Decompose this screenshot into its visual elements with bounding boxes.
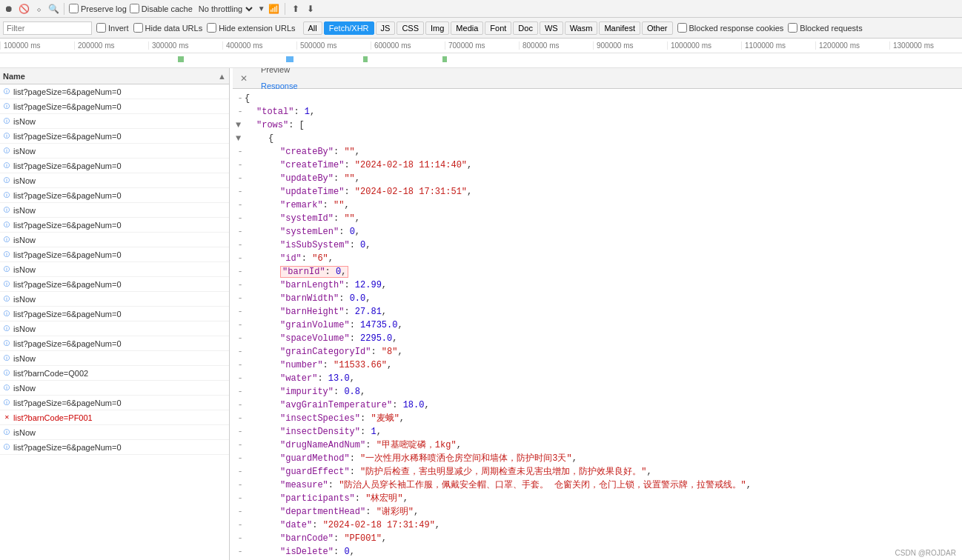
type-btn-js[interactable]: JS	[376, 21, 396, 35]
request-name: list?pageSize=6&pageNum=0	[13, 399, 122, 407]
list-item[interactable]: ⓘisNow	[0, 114, 229, 129]
list-item[interactable]: ⓘlist?pageSize=6&pageNum=0	[0, 99, 229, 114]
json-content: "departmentHead": "谢彩明",	[280, 505, 419, 519]
line-dash-icon: -	[236, 519, 245, 532]
type-btn-wasm[interactable]: Wasm	[565, 21, 598, 35]
list-item[interactable]: ⓘisNow	[0, 321, 229, 336]
list-item[interactable]: ⓘlist?pageSize=6&pageNum=0	[0, 159, 229, 173]
type-btn-font[interactable]: Font	[485, 21, 511, 35]
devtools-toolbar: ⏺ 🚫 ⬦ 🔍 Preserve log Disable cache No th…	[0, 0, 962, 18]
list-item[interactable]: ⓘisNow	[0, 292, 229, 307]
list-item[interactable]: ⓘlist?pageSize=6&pageNum=0	[0, 188, 229, 203]
list-item[interactable]: ⓘisNow	[0, 381, 229, 396]
list-item[interactable]: ⓘlist?pageSize=6&pageNum=0	[0, 247, 229, 262]
hide-extension-checkbox[interactable]	[207, 23, 216, 33]
ok-status-icon: ⓘ	[3, 207, 10, 214]
list-item[interactable]: ⓘlist?pageSize=6&pageNum=0	[0, 336, 229, 351]
json-line: -"updateBy": "",	[233, 172, 962, 185]
type-btn-fetch/xhr[interactable]: Fetch/XHR	[324, 21, 374, 35]
list-item[interactable]: ⓘlist?pageSize=6&pageNum=0	[0, 307, 229, 321]
list-item[interactable]: ⓘisNow	[0, 425, 229, 440]
list-item[interactable]: ⓘlist?barnCode=Q002	[0, 366, 229, 381]
json-line: -"barnCode": "PF001",	[233, 532, 962, 545]
hide-data-urls-checkbox[interactable]	[133, 23, 143, 33]
list-item[interactable]: ⓘlist?pageSize=6&pageNum=0	[0, 218, 229, 233]
line-dash-icon: -	[236, 159, 245, 172]
download-icon[interactable]: ⬇	[305, 3, 316, 15]
hide-data-urls-label[interactable]: Hide data URLs	[133, 23, 203, 33]
blocked-requests-checkbox[interactable]	[788, 23, 797, 33]
type-btn-doc[interactable]: Doc	[513, 21, 538, 35]
type-btn-manifest[interactable]: Manifest	[599, 21, 640, 35]
request-name: isNow	[13, 324, 36, 333]
search-icon[interactable]: 🔍	[47, 3, 59, 15]
list-item[interactable]: ⓘisNow	[0, 203, 229, 218]
invert-label[interactable]: Invert	[96, 23, 129, 33]
clear-icon[interactable]: 🚫	[18, 3, 30, 15]
blocked-cookies-checkbox[interactable]	[677, 23, 687, 33]
json-line: -"avgGrainTemperature": 18.0,	[233, 399, 962, 412]
list-item[interactable]: ⓘlist?pageSize=6&pageNum=0	[0, 277, 229, 292]
list-item[interactable]: ⓘisNow	[0, 262, 229, 277]
tab-preview[interactable]: Preview	[252, 68, 307, 79]
json-line: -"grainVolume": 14735.0,	[233, 319, 962, 332]
json-content: "updateBy": "",	[280, 172, 360, 185]
json-line: -"insectSpecies": "麦蛾",	[233, 412, 962, 425]
type-btn-all[interactable]: All	[303, 21, 322, 35]
tab-close-button[interactable]: ✕	[236, 70, 252, 87]
ok-status-icon: ⓘ	[3, 370, 10, 377]
disable-cache-checkbox[interactable]	[130, 4, 139, 13]
expand-arrow-icon[interactable]: ▼	[236, 119, 245, 132]
list-item[interactable]: ⓘisNow	[0, 173, 229, 188]
upload-icon[interactable]: ⬆	[290, 3, 302, 15]
list-item[interactable]: ⓘlist?pageSize=6&pageNum=0	[0, 440, 229, 455]
json-line: -"date": "2024-02-18 17:31:49",	[233, 519, 962, 532]
filter-icon[interactable]: ⬦	[33, 3, 44, 15]
list-item[interactable]: ⓘlist?pageSize=6&pageNum=0	[0, 396, 229, 410]
json-content: {	[245, 92, 250, 105]
type-btn-ws[interactable]: WS	[540, 21, 563, 35]
record-icon[interactable]: ⏺	[3, 3, 15, 15]
type-btn-css[interactable]: CSS	[397, 21, 424, 35]
json-content: "date": "2024-02-18 17:31:49",	[280, 519, 440, 532]
list-item[interactable]: ⓘisNow	[0, 233, 229, 247]
json-content: "barnId": 0,	[280, 265, 348, 279]
list-item[interactable]: ✕list?barnCode=PF001	[0, 410, 229, 425]
json-line: -"insectDensity": 1,	[233, 425, 962, 439]
json-content: "rows": [	[256, 119, 305, 132]
wifi-icon[interactable]: 📶	[268, 3, 280, 15]
type-btn-other[interactable]: Other	[642, 21, 673, 35]
list-item[interactable]: ⓘlist?pageSize=6&pageNum=0	[0, 129, 229, 144]
request-name: list?pageSize=6&pageNum=0	[13, 221, 122, 230]
expand-arrow-icon[interactable]: ▼	[236, 132, 245, 145]
filter-input[interactable]	[3, 21, 92, 35]
request-name: isNow	[13, 117, 36, 126]
hide-extension-label[interactable]: Hide extension URLs	[207, 23, 295, 33]
blocked-cookies-label[interactable]: Blocked response cookies	[677, 23, 784, 33]
sort-icon[interactable]: ▲	[218, 72, 226, 81]
preserve-log-checkbox[interactable]	[69, 4, 79, 13]
throttle-select[interactable]: No throttling Fast 3G Slow 3G	[196, 4, 255, 14]
json-content: "measure": "防治人员穿长袖工作服，佩戴安全帽、口罩、手套。 仓窗关闭…	[280, 479, 752, 492]
json-line: -"spaceVolume": 2295.0,	[233, 332, 962, 345]
request-name: list?pageSize=6&pageNum=0	[13, 250, 122, 259]
list-item[interactable]: ⓘisNow	[0, 144, 229, 159]
list-item[interactable]: ⓘisNow	[0, 351, 229, 366]
disable-cache-label[interactable]: Disable cache	[130, 4, 193, 13]
type-btn-media[interactable]: Media	[451, 21, 483, 35]
json-line: -"isDelete": 0,	[233, 545, 962, 559]
line-dash-icon: -	[236, 239, 245, 252]
preserve-log-label[interactable]: Preserve log	[69, 4, 127, 13]
line-dash-icon: -	[236, 492, 245, 505]
blocked-requests-label[interactable]: Blocked requests	[788, 23, 862, 33]
json-line: -"departmentHead": "谢彩明",	[233, 505, 962, 519]
type-btn-img[interactable]: Img	[425, 21, 449, 35]
json-content: "grainCategoryId": "8",	[280, 345, 403, 359]
request-name: isNow	[13, 147, 36, 156]
ok-status-icon: ⓘ	[3, 88, 10, 96]
invert-checkbox[interactable]	[96, 23, 106, 33]
list-item[interactable]: ⓘlist?pageSize=6&pageNum=0	[0, 84, 229, 99]
line-dash-icon: -	[236, 505, 245, 519]
json-content: "spaceVolume": 2295.0,	[280, 332, 397, 345]
json-line: -"barnWidth": 0.0,	[233, 292, 962, 305]
